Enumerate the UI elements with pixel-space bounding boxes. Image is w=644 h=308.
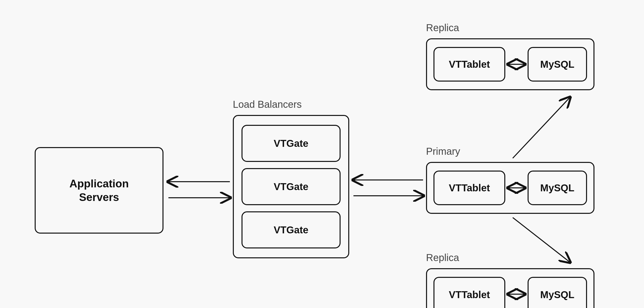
vtgate-2-label: VTGate [274,181,308,192]
replica-2-db-label: MySQL [540,289,574,300]
load-balancers-title: Load Balancers [233,99,302,110]
arrow-primary-to-replica2 [513,218,570,262]
replica-2-tablet: VTTablet [434,277,505,308]
replica-1-tablet: VTTablet [434,47,505,82]
replica-2-tablet-label: VTTablet [449,289,490,300]
replica-2-title: Replica [426,252,459,263]
replica-1-db: MySQL [528,47,587,82]
vtgate-2: VTGate [242,168,340,205]
primary-title: Primary [426,146,460,157]
vtgate-3-label: VTGate [274,224,308,236]
diagram-canvas: Application Servers Load Balancers VTGat… [0,0,644,308]
application-servers-box: Application Servers [35,147,164,234]
replica-1-title: Replica [426,22,459,33]
vtgate-3: VTGate [242,211,340,248]
replica-1-db-label: MySQL [540,59,574,70]
primary-tablet: VTTablet [434,170,505,205]
arrow-primary-to-replica1 [513,98,570,158]
vtgate-1-label: VTGate [274,138,308,149]
primary-db-label: MySQL [540,182,574,193]
replica-1-tablet-label: VTTablet [449,59,490,70]
application-servers-label: Application Servers [69,177,129,204]
primary-db: MySQL [528,170,587,205]
replica-2-db: MySQL [528,277,587,308]
vtgate-1: VTGate [242,125,340,162]
primary-tablet-label: VTTablet [449,182,490,193]
